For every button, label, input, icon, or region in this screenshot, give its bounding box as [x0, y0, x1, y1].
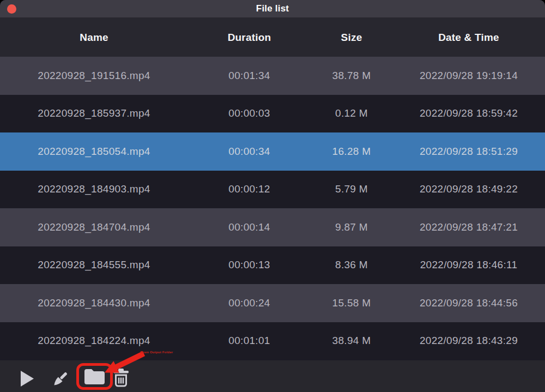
table-row[interactable]: 20220928_185937.mp4 00:00:03 0.12 M 2022…: [0, 95, 545, 133]
column-header-datetime: Date & Time: [392, 32, 545, 44]
file-duration-cell: 00:00:03: [188, 107, 311, 119]
file-size-cell: 9.87 M: [311, 221, 392, 233]
trash-icon: [113, 369, 129, 387]
file-duration-cell: 00:00:14: [188, 221, 311, 233]
file-datetime-cell: 2022/09/28 18:51:29: [392, 146, 545, 158]
file-size-cell: 38.78 M: [311, 70, 392, 82]
file-datetime-cell: 2022/09/28 18:44:56: [392, 297, 545, 309]
table-row[interactable]: 20220928_184224.mp4 00:01:01 38.94 M 202…: [0, 322, 545, 360]
table-row[interactable]: 20220928_184555.mp4 00:00:13 8.36 M 2022…: [0, 246, 545, 285]
file-duration-cell: 00:01:34: [188, 70, 311, 82]
file-name-cell: 20220928_184704.mp4: [0, 221, 188, 233]
file-size-cell: 15.58 M: [311, 297, 392, 309]
table-row[interactable]: 20220928_184430.mp4 00:00:24 15.58 M 202…: [0, 284, 545, 322]
file-size-cell: 38.94 M: [311, 335, 392, 347]
file-datetime-cell: 2022/09/28 18:46:11: [392, 259, 545, 271]
file-name-cell: 20220928_185937.mp4: [0, 107, 188, 119]
titlebar: File list: [0, 0, 545, 18]
file-table-body: 20220928_191516.mp4 00:01:34 38.78 M 202…: [0, 57, 545, 360]
file-name-cell: 20220928_191516.mp4: [0, 70, 188, 82]
toolbar: [0, 360, 545, 392]
brush-icon: [50, 369, 70, 390]
file-duration-cell: 00:01:01: [188, 335, 311, 347]
file-name-cell: 20220928_184903.mp4: [0, 183, 188, 195]
column-header-duration: Duration: [188, 32, 311, 44]
file-datetime-cell: 2022/09/28 18:47:21: [392, 221, 545, 233]
file-size-cell: 0.12 M: [311, 107, 392, 119]
file-duration-cell: 00:00:12: [188, 183, 311, 195]
table-row[interactable]: 20220928_184704.mp4 00:00:14 9.87 M 2022…: [0, 208, 545, 246]
column-header-size: Size: [311, 32, 392, 44]
file-size-cell: 16.28 M: [311, 146, 392, 158]
table-header: Name Duration Size Date & Time: [0, 18, 545, 57]
file-size-cell: 8.36 M: [311, 259, 392, 271]
file-name-cell: 20220928_184430.mp4: [0, 297, 188, 309]
file-size-cell: 5.79 M: [311, 183, 392, 195]
open-output-folder-button[interactable]: [83, 368, 106, 385]
file-datetime-cell: 2022/09/28 18:43:29: [392, 335, 545, 347]
play-button[interactable]: [20, 370, 34, 387]
annotation-label: Open Output Folder: [140, 351, 173, 354]
window-title: File list: [0, 0, 545, 18]
column-header-name: Name: [0, 32, 188, 44]
file-name-cell: 20220928_185054.mp4: [0, 146, 188, 158]
brush-button[interactable]: [50, 369, 70, 390]
table-row[interactable]: 20220928_184903.mp4 00:00:12 5.79 M 2022…: [0, 171, 545, 209]
file-duration-cell: 00:00:34: [188, 146, 311, 158]
file-datetime-cell: 2022/09/28 18:49:22: [392, 183, 545, 195]
file-name-cell: 20220928_184224.mp4: [0, 335, 188, 347]
folder-icon: [83, 368, 106, 385]
file-datetime-cell: 2022/09/28 18:59:42: [392, 107, 545, 119]
file-duration-cell: 00:00:24: [188, 297, 311, 309]
file-list-window: File list Name Duration Size Date & Time…: [0, 0, 545, 392]
file-datetime-cell: 2022/09/28 19:19:14: [392, 70, 545, 82]
table-row[interactable]: 20220928_191516.mp4 00:01:34 38.78 M 202…: [0, 57, 545, 95]
table-row[interactable]: 20220928_185054.mp4 00:00:34 16.28 M 202…: [0, 132, 545, 171]
file-name-cell: 20220928_184555.mp4: [0, 259, 188, 271]
delete-button[interactable]: [113, 369, 129, 387]
file-duration-cell: 00:00:13: [188, 259, 311, 271]
play-icon: [20, 370, 34, 387]
